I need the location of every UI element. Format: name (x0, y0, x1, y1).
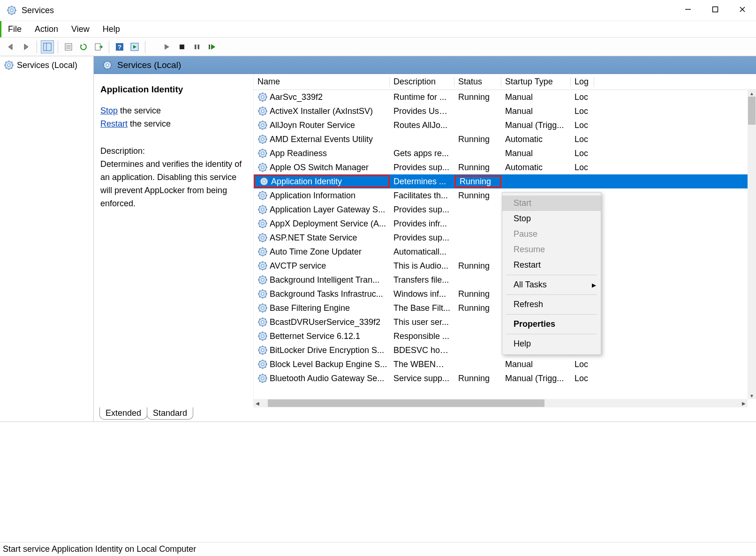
sort-asc-icon: ▲ (319, 77, 324, 78)
cell-name: AVCTP service (254, 261, 390, 271)
svg-text:?: ? (118, 44, 121, 51)
stop-link[interactable]: Stop (100, 106, 118, 115)
cell-status: Running (454, 289, 501, 299)
menu-help[interactable]: Help (103, 24, 120, 34)
app-icon (7, 5, 17, 15)
horizontal-scrollbar[interactable]: ◀ ▶ (254, 399, 748, 407)
menu-action[interactable]: Action (35, 24, 58, 34)
service-name-text: BcastDVRUserService_339f2 (270, 317, 380, 327)
cell-status: Running (454, 261, 501, 271)
properties-button[interactable] (62, 40, 75, 53)
tree-pane: Services (Local) (0, 56, 94, 421)
cell-name: App Readiness (254, 148, 390, 158)
service-row[interactable]: Application IdentityDetermines ...Runnin… (254, 174, 756, 188)
col-header-status[interactable]: Status (454, 77, 501, 87)
scroll-down-icon[interactable]: ▼ (748, 392, 756, 399)
start-service-button[interactable] (160, 40, 174, 53)
ctx-all-tasks[interactable]: All Tasks▸ (502, 277, 601, 293)
service-row[interactable]: AMD External Events UtilityRunningAutoma… (254, 132, 756, 146)
vertical-scrollbar[interactable]: ▲ ▼ (748, 90, 756, 399)
export-list-button[interactable] (92, 40, 105, 53)
toolbar-sep (37, 41, 37, 53)
service-name-text: Block Level Backup Engine S... (270, 360, 387, 369)
tree-item-label: Services (Local) (17, 60, 77, 70)
cell-name: Application Information (254, 190, 390, 201)
refresh-button[interactable] (77, 40, 90, 53)
restart-service-button[interactable] (205, 40, 219, 53)
ctx-pause[interactable]: Pause (502, 226, 601, 242)
gear-icon (257, 247, 268, 257)
ctx-resume[interactable]: Resume (502, 242, 601, 257)
cell-desc: Provides sup... (390, 163, 454, 173)
cell-desc: BDESVC hos... (390, 346, 454, 355)
col-header-description[interactable]: Description (390, 77, 454, 87)
cell-desc: This is Audio... (390, 261, 454, 271)
help-button[interactable]: ? (113, 40, 126, 53)
scroll-left-icon[interactable]: ◀ (254, 399, 261, 407)
window-title: Services (22, 6, 54, 15)
pause-service-button[interactable] (190, 40, 204, 53)
tree-item-services-local[interactable]: Services (Local) (0, 58, 93, 72)
cell-name: ASP.NET State Service (254, 233, 390, 243)
forward-button[interactable] (20, 40, 33, 53)
show-hide-tree-button[interactable] (41, 40, 54, 53)
service-name-text: Background Intelligent Tran... (270, 275, 379, 285)
gear-icon (257, 218, 268, 229)
service-row[interactable]: Block Level Backup Engine S...The WBENGI… (254, 357, 756, 371)
cell-status: Running (454, 92, 501, 102)
close-button[interactable] (729, 0, 756, 19)
cell-status: Running (454, 303, 501, 313)
cell-name: BcastDVRUserService_339f2 (254, 317, 390, 327)
ctx-start[interactable]: Start (502, 195, 601, 211)
cell-desc: Facilitates th... (390, 191, 454, 201)
service-name-text: Background Tasks Infrastruc... (270, 289, 383, 299)
ctx-help[interactable]: Help (502, 336, 601, 352)
service-row[interactable]: AarSvc_339f2Runtime for ...RunningManual… (254, 90, 756, 104)
ctx-refresh[interactable]: Refresh (502, 297, 601, 312)
service-name-text: App Readiness (270, 149, 327, 158)
service-row[interactable]: App ReadinessGets apps re...ManualLoc (254, 146, 756, 160)
service-row[interactable]: Apple OS Switch ManagerProvides sup...Ru… (254, 160, 756, 174)
minimize-button[interactable] (674, 0, 702, 19)
cell-desc: Provides Use... (390, 106, 454, 116)
show-hide-action-button[interactable] (128, 40, 141, 53)
service-name-text: Betternet Service 6.12.1 (270, 331, 360, 341)
cell-name: ActiveX Installer (AxInstSV) (254, 106, 390, 116)
cell-name: Base Filtering Engine (254, 303, 390, 313)
scroll-thumb[interactable] (748, 97, 756, 125)
service-row[interactable]: AllJoyn Router ServiceRoutes AllJo...Man… (254, 118, 756, 132)
service-row[interactable]: ActiveX Installer (AxInstSV)Provides Use… (254, 104, 756, 118)
gear-icon (257, 303, 268, 313)
col-header-name[interactable]: ▲Name (254, 77, 390, 87)
tab-standard[interactable]: Standard (147, 407, 193, 420)
cell-desc: Automaticall... (390, 247, 454, 257)
ctx-stop[interactable]: Stop (502, 211, 601, 226)
restart-link[interactable]: Restart (100, 119, 128, 128)
cell-logon: Loc (571, 92, 594, 102)
status-bar: Start service Application Identity on Lo… (0, 542, 756, 556)
scroll-right-icon[interactable]: ▶ (740, 399, 748, 407)
gear-icon (257, 190, 268, 201)
svg-rect-27 (209, 45, 210, 49)
service-row[interactable]: Bluetooth Audio Gateway Se...Service sup… (254, 371, 756, 385)
menu-view[interactable]: View (71, 24, 90, 34)
ctx-sep (506, 294, 597, 295)
stop-service-button[interactable] (175, 40, 189, 53)
menu-file[interactable]: File (8, 24, 22, 34)
scroll-thumb[interactable] (268, 399, 544, 407)
cell-startup: Manual (501, 92, 571, 102)
cell-logon: Loc (571, 106, 594, 116)
col-header-logon[interactable]: Log (571, 77, 594, 87)
menu-bar: File Action View Help (0, 21, 756, 38)
ctx-restart[interactable]: Restart (502, 257, 601, 273)
ctx-properties[interactable]: Properties (502, 316, 601, 332)
cell-status: Running (454, 191, 501, 201)
tab-extended[interactable]: Extended (99, 407, 147, 420)
col-header-startup[interactable]: Startup Type (501, 77, 571, 87)
gear-icon (102, 60, 113, 70)
ctx-sep (506, 334, 597, 334)
maximize-button[interactable] (702, 0, 729, 19)
back-button[interactable] (5, 40, 18, 53)
cell-desc: The WBENGI... (390, 360, 454, 369)
scroll-up-icon[interactable]: ▲ (748, 90, 756, 97)
